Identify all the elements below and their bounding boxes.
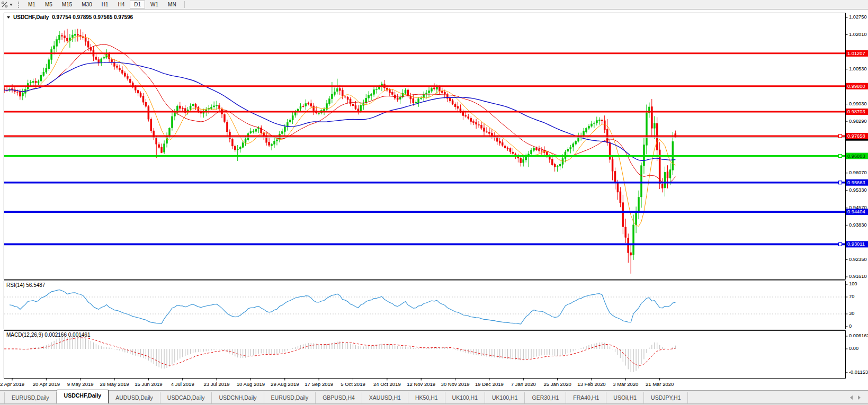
date-label: 5 Oct 2019 [341, 381, 365, 387]
symbol-tab-usoil-h1[interactable]: USOil,H1 [606, 392, 644, 404]
date-label: 7 Jan 2020 [511, 381, 536, 387]
symbol-tab-audusd-daily[interactable]: AUDUSD,Daily [109, 392, 160, 404]
timeframe-button-M5[interactable]: M5 [41, 1, 57, 8]
symbol-tab-fra40-h1[interactable]: FRA40,H1 [566, 392, 606, 404]
symbol-tab-usdjpy-h1[interactable]: USDJPY,H1 [644, 392, 688, 404]
crosshair-tool-icon[interactable] [1, 1, 8, 8]
svg-text:70: 70 [849, 294, 854, 299]
chart-symbol-label: USDCHF,Daily [13, 14, 49, 20]
timeframe-button-D1[interactable]: D1 [130, 1, 145, 8]
svg-text:0.99800: 0.99800 [847, 84, 865, 89]
symbol-tab-gbpusd-h4[interactable]: GBPUSD,H4 [316, 392, 362, 404]
date-label: 24 Oct 2019 [373, 381, 401, 387]
symbol-tab-usdchf-daily[interactable]: USDCHF,Daily [57, 390, 109, 404]
timeframe-button-W1[interactable]: W1 [146, 1, 163, 8]
svg-text:0.95663: 0.95663 [847, 180, 865, 185]
date-label: 30 Nov 2019 [441, 381, 470, 387]
date-label: 25 Jan 2020 [543, 381, 571, 387]
symbol-tab-uk100-h1[interactable]: UK100,H1 [445, 392, 485, 404]
toolbar-grip-handle[interactable] [18, 2, 19, 8]
svg-text:0.97658: 0.97658 [847, 133, 865, 139]
svg-text:0.96803: 0.96803 [847, 154, 865, 159]
date-label: 17 Sep 2019 [305, 381, 333, 387]
svg-text:0.93830: 0.93830 [849, 222, 867, 228]
date-label: 12 Nov 2019 [407, 381, 435, 387]
svg-text:1.02010: 1.02010 [849, 32, 867, 37]
hline-handle-0.97658[interactable] [839, 134, 842, 138]
symbol-tab-eurusd-daily[interactable]: EURUSD,Daily [264, 392, 316, 404]
date-label: 23 Jul 2019 [204, 381, 230, 387]
timeframe-button-H1[interactable]: H1 [97, 1, 113, 8]
svg-text:100: 100 [849, 281, 857, 286]
date-label: 4 Jul 2019 [171, 381, 194, 387]
svg-text:0.99030: 0.99030 [849, 101, 867, 106]
hline-handle-0.95663[interactable] [839, 181, 842, 184]
chart-tabs-bar: EURUSD,DailyUSDCHF,DailyAUDUSD,DailyUSDC… [0, 390, 868, 404]
hline-handle-0.93011[interactable] [839, 242, 842, 246]
symbol-tab-xauusd-h1[interactable]: XAUUSD,H1 [362, 392, 408, 404]
svg-text:0.91610: 0.91610 [849, 274, 867, 279]
toolbar-separator [184, 1, 185, 8]
svg-text:-0.011531: -0.011531 [849, 370, 868, 375]
top-toolbar: M1M5M15M30H1H4D1W1MN [0, 0, 868, 10]
symbol-tab-usdcnh-daily[interactable]: USDCNH,Daily [212, 392, 264, 404]
symbol-tab-uk100-h1[interactable]: UK100,H1 [485, 392, 525, 404]
date-label: 3 Mar 2020 [613, 381, 638, 387]
svg-text:0: 0 [849, 323, 852, 329]
chart-ohlc-values: 0.97754 0.97895 0.97565 0.97596 [52, 14, 133, 20]
svg-text:0.96070: 0.96070 [849, 170, 867, 175]
date-label: 15 Jun 2019 [135, 381, 162, 387]
timeframe-button-M30[interactable]: M30 [77, 1, 96, 8]
rsi-current-value: 56.5487 [26, 282, 45, 288]
macd-name: MACD(12,26,9) [6, 332, 43, 338]
timeframe-toolbar: M1M5M15M30H1H4D1W1MN [23, 0, 181, 9]
svg-text:0.94404: 0.94404 [847, 209, 865, 214]
svg-text:0.95330: 0.95330 [849, 187, 867, 193]
svg-text:30: 30 [849, 311, 854, 316]
macd-current-values: 0.002166 0.001461 [44, 332, 90, 338]
date-label: 10 Aug 2019 [237, 381, 265, 387]
date-label: 13 Feb 2020 [577, 381, 605, 387]
timeframe-button-H4[interactable]: H4 [114, 1, 129, 8]
chart-menu-caret-icon[interactable] [7, 16, 10, 19]
svg-text:0.006167: 0.006167 [849, 333, 868, 338]
hline-handle-0.96803[interactable] [839, 155, 842, 158]
svg-text:0.00: 0.00 [849, 346, 858, 351]
mt4-window: M1M5M15M30H1H4D1W1MN 1.027501.020101.005… [0, 0, 868, 405]
svg-text:0.92350: 0.92350 [849, 257, 867, 262]
timeframe-button-M1[interactable]: M1 [24, 1, 40, 8]
tabs-scroll-arrows [850, 391, 868, 404]
date-label: 19 Dec 2019 [475, 381, 504, 387]
macd-indicator-label: MACD(12,26,9) 0.002166 0.001461 [6, 332, 90, 338]
svg-text:1.00530: 1.00530 [849, 66, 867, 71]
date-label: 21 Mar 2020 [646, 381, 674, 387]
date-label: 2 Apr 2019 [0, 381, 24, 387]
date-axis[interactable]: 2 Apr 201920 Apr 20199 May 201928 May 20… [0, 379, 674, 387]
timeframe-button-MN[interactable]: MN [164, 1, 181, 8]
symbol-tab-eurusd-daily[interactable]: EURUSD,Daily [4, 392, 57, 404]
symbol-tab-usdcad-daily[interactable]: USDCAD,Daily [160, 392, 212, 404]
date-label: 29 Aug 2019 [271, 381, 299, 387]
chart-title: USDCHF,Daily 0.97754 0.97895 0.97565 0.9… [7, 14, 133, 20]
toolbar-dropdown-caret-icon[interactable] [10, 4, 13, 6]
price-axis[interactable]: 1.027501.020101.005300.990300.982900.960… [846, 14, 868, 375]
tabs-scroll-left-icon[interactable] [850, 395, 853, 400]
symbol-tab-ger30-h1[interactable]: GER30,H1 [525, 392, 566, 404]
rsi-name: RSI(14) [6, 282, 24, 288]
tabs-scroll-right-icon[interactable] [858, 395, 861, 400]
svg-text:0.98703: 0.98703 [847, 109, 865, 114]
date-label: 28 May 2019 [100, 381, 129, 387]
rsi-indicator-label: RSI(14) 56.5487 [6, 282, 45, 288]
timeframe-button-M15[interactable]: M15 [58, 1, 76, 8]
date-label: 20 Apr 2019 [33, 381, 60, 387]
symbol-tab-hk50-h1[interactable]: HK50,H1 [408, 392, 445, 404]
chart-canvas[interactable]: 1.027501.020101.005300.990300.982900.960… [0, 10, 868, 390]
svg-text:0.93011: 0.93011 [847, 241, 865, 247]
svg-text:1.02750: 1.02750 [849, 14, 867, 20]
date-label: 9 May 2019 [67, 381, 94, 387]
svg-text:0.98290: 0.98290 [849, 119, 867, 124]
svg-text:1.01207: 1.01207 [847, 51, 865, 56]
